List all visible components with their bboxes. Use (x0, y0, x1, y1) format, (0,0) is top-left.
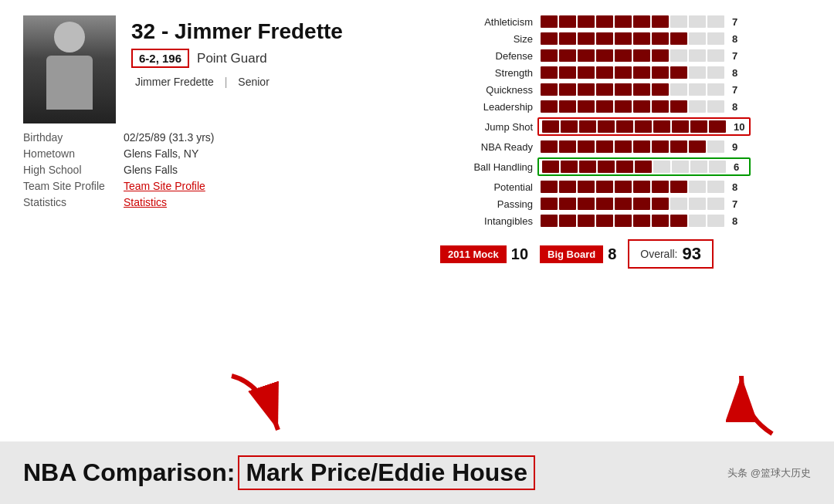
stat-bars-container: 8 (541, 66, 744, 79)
stat-bar-block (541, 15, 558, 28)
watermark: 头条 @篮球大历史 (727, 466, 811, 480)
stat-bar-block (652, 83, 669, 96)
separator: | (225, 76, 228, 88)
stat-label: Athleticism (440, 16, 533, 28)
stat-bar-block (559, 181, 576, 193)
stat-bar-block (598, 120, 615, 133)
stat-bar-block (561, 120, 578, 133)
stat-bar-block (561, 161, 578, 173)
stat-bar-block (579, 120, 596, 133)
teamsite-link[interactable]: Team Site Profile (124, 180, 425, 192)
stat-bar-block (652, 100, 669, 113)
stat-row: Potential8 (440, 181, 811, 193)
stat-bar-block (542, 161, 559, 173)
stat-bar-block (615, 215, 632, 227)
stat-label: Quickness (440, 84, 533, 96)
stat-bar-block (598, 161, 615, 173)
stat-bar-block (689, 49, 706, 62)
stat-bar-block (541, 100, 558, 113)
stat-bars-container: 8 (541, 181, 744, 193)
stat-bars-container: 7 (541, 198, 744, 210)
player-class: Senior (238, 76, 269, 88)
stat-value: 8 (732, 215, 744, 227)
stat-label: Strength (440, 67, 533, 79)
left-panel: 32 - Jimmer Fredette 6-2, 196 Point Guar… (23, 15, 425, 349)
arrow-right-icon (726, 368, 788, 438)
stat-bar-block (541, 49, 558, 62)
stat-label: NBA Ready (440, 141, 533, 153)
stat-label: Jump Shot (440, 121, 533, 133)
stat-bars-container: 7 (541, 15, 744, 28)
stat-bar-block (707, 49, 724, 62)
stat-bar-block (652, 140, 669, 153)
stat-bars: 8 (541, 32, 744, 45)
stat-bar-block (559, 32, 576, 45)
player-name-secondary: Jimmer Fredette (135, 76, 214, 88)
stat-bar-block (633, 15, 650, 28)
stat-bar-block (559, 140, 576, 153)
stat-bar-block (579, 161, 596, 173)
stat-row: Defense7 (440, 49, 811, 62)
stat-label: Ball Handling (440, 161, 533, 173)
player-photo (23, 15, 116, 123)
stat-bar-block (690, 161, 707, 173)
stat-row: NBA Ready9 (440, 140, 811, 153)
stat-bar-block (707, 140, 724, 153)
stat-bar-block (578, 140, 595, 153)
stat-bar-block (672, 161, 689, 173)
stat-bar-block (578, 100, 595, 113)
right-panel: Athleticism7Size8Defense7Strength8Quickn… (425, 15, 811, 349)
stat-bar-block (689, 181, 706, 193)
stat-bar-block (615, 100, 632, 113)
stat-bar-block (559, 100, 576, 113)
stat-bar-block (689, 140, 706, 153)
stat-bar-block (578, 198, 595, 210)
stat-bar-block (559, 198, 576, 210)
stat-bar-block (578, 66, 595, 79)
stat-bar-block (670, 83, 687, 96)
stat-bar-block (689, 66, 706, 79)
bigboard-value: 8 (608, 245, 616, 263)
stat-bar-block (578, 49, 595, 62)
bottom-badges: 2011 Mock10Big Board8Overall:93 (440, 239, 811, 269)
stat-bar-block (616, 120, 633, 133)
stat-bar-block (615, 181, 632, 193)
stat-bar-block (578, 181, 595, 193)
stat-bar-block (670, 32, 687, 45)
stat-bar-block (596, 198, 613, 210)
stat-bar-block (633, 140, 650, 153)
teamsite-label: Team Site Profile (23, 180, 116, 192)
stat-bars: 7 (541, 198, 744, 210)
stat-bar-block (596, 215, 613, 227)
stat-bar-block (559, 49, 576, 62)
stat-bar-block (596, 15, 613, 28)
stat-value: 8 (732, 101, 744, 113)
stat-bar-block (635, 120, 652, 133)
stat-bar-block (541, 215, 558, 227)
mock-label: 2011 Mock (440, 245, 507, 263)
stat-bars-container: 8 (541, 100, 744, 113)
stat-value: 8 (732, 181, 744, 193)
stat-bar-block (707, 100, 724, 113)
statistics-link[interactable]: Statistics (124, 196, 425, 208)
stat-bar-block (578, 215, 595, 227)
stat-bar-block (707, 181, 724, 193)
stat-bar-block (596, 181, 613, 193)
stat-bar-block (559, 15, 576, 28)
stat-row: Ball Handling6 (440, 157, 811, 176)
stat-bar-block (690, 120, 707, 133)
stat-bar-block (596, 140, 613, 153)
stat-bar-block (689, 83, 706, 96)
stat-bar-block (689, 100, 706, 113)
stat-bar-block (615, 83, 632, 96)
stat-bar-block (652, 198, 669, 210)
mock-value: 10 (511, 245, 528, 263)
stat-row: Size8 (440, 32, 811, 45)
stat-bars-container: 7 (541, 83, 744, 96)
stat-bar-block (615, 49, 632, 62)
stat-bar-block (633, 198, 650, 210)
overall-value: 93 (683, 244, 701, 264)
player-number: 32 (131, 19, 155, 43)
stat-bar-block (670, 198, 687, 210)
stat-bar-block (542, 120, 559, 133)
